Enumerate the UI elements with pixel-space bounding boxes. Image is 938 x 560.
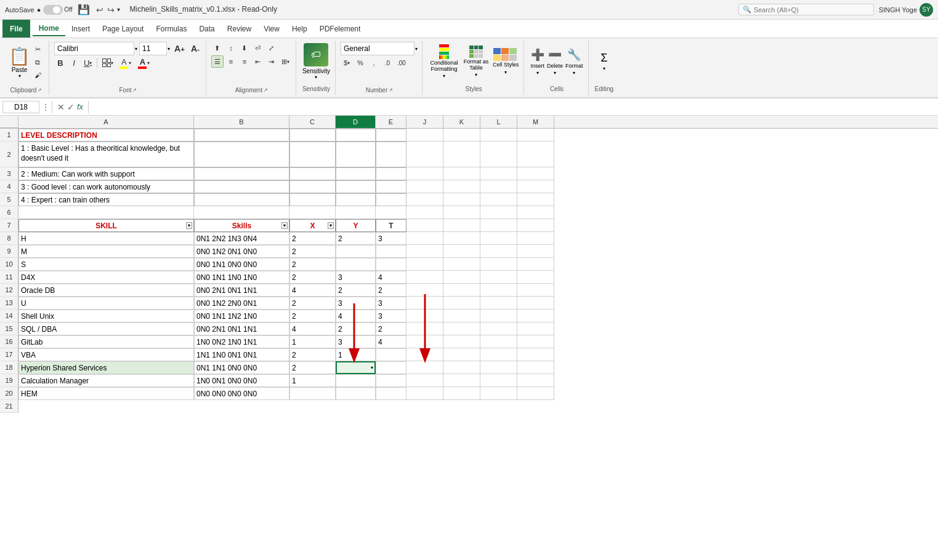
format-as-table-button[interactable]: Format as Table ▾: [461, 46, 491, 78]
cell-c16[interactable]: 4: [289, 322, 336, 335]
filter-b8[interactable]: ▾: [281, 222, 288, 229]
menu-insert[interactable]: Insert: [65, 22, 96, 36]
cell-d2[interactable]: [336, 142, 376, 167]
cell-k20[interactable]: [443, 374, 480, 387]
cell-d13[interactable]: 2: [336, 284, 376, 297]
cell-a11[interactable]: S: [18, 258, 194, 271]
cell-a10[interactable]: M: [18, 245, 194, 258]
cell-e8[interactable]: T: [376, 219, 406, 232]
cell-d6[interactable]: [336, 193, 376, 206]
cell-e15[interactable]: 3: [376, 310, 406, 322]
cell-j10[interactable]: [406, 245, 443, 258]
cell-l8[interactable]: [480, 219, 517, 232]
cell-l12[interactable]: [480, 271, 517, 284]
cell-m20[interactable]: [517, 374, 554, 387]
number-format-input[interactable]: [341, 42, 414, 55]
cell-j21[interactable]: [406, 387, 443, 400]
cell-j1[interactable]: [406, 129, 443, 142]
col-header-l[interactable]: L: [480, 116, 517, 128]
col-header-k[interactable]: K: [443, 116, 480, 128]
cell-c17[interactable]: 1: [289, 335, 336, 348]
search-input[interactable]: [754, 6, 846, 14]
align-left-button[interactable]: ☰: [211, 55, 224, 68]
cell-m13[interactable]: [517, 284, 554, 297]
cell-b1[interactable]: [194, 129, 289, 142]
row-num-2[interactable]: 2: [0, 142, 18, 167]
cell-m1[interactable]: [517, 129, 554, 142]
row-num-21[interactable]: 21: [0, 400, 18, 413]
decrease-indent-button[interactable]: ⇤: [252, 55, 264, 68]
cell-m12[interactable]: [517, 271, 554, 284]
cell-k7[interactable]: [443, 206, 480, 219]
user-avatar[interactable]: SY: [920, 3, 933, 17]
cell-d5[interactable]: [336, 180, 376, 193]
cancel-formula-icon[interactable]: ✕: [57, 102, 65, 112]
row-num-5[interactable]: 5: [0, 193, 18, 206]
redo-button[interactable]: ↪: [106, 4, 116, 16]
cell-c13[interactable]: 4: [289, 284, 336, 297]
cell-c1[interactable]: [289, 129, 336, 142]
cell-d11[interactable]: [336, 258, 376, 271]
cell-k17[interactable]: [443, 335, 480, 348]
search-box[interactable]: 🔍: [738, 4, 874, 15]
cell-l14[interactable]: [480, 297, 517, 310]
row-num-3[interactable]: 3: [0, 167, 18, 180]
cell-j12[interactable]: [406, 271, 443, 284]
cell-a8[interactable]: SKILL ▾: [18, 219, 194, 232]
cell-j16[interactable]: [406, 322, 443, 335]
cell-c14[interactable]: 2: [289, 297, 336, 310]
row-num-19[interactable]: 19: [0, 374, 18, 387]
borders-button[interactable]: ▾: [100, 57, 116, 69]
menu-formulas[interactable]: Formulas: [150, 22, 193, 36]
cell-c8[interactable]: X ▾: [289, 219, 336, 232]
cell-j14[interactable]: [406, 297, 443, 310]
clipboard-expand-icon[interactable]: ↗: [38, 87, 42, 93]
cell-d21[interactable]: [336, 387, 376, 400]
cell-d20[interactable]: [336, 374, 376, 387]
cell-e13[interactable]: 2: [376, 284, 406, 297]
cell-d18[interactable]: 1: [336, 348, 376, 361]
format-dropdown[interactable]: ▾: [573, 70, 575, 76]
cell-l10[interactable]: [480, 245, 517, 258]
accounting-format-button[interactable]: $▾: [341, 57, 353, 69]
cell-m5[interactable]: [517, 180, 554, 193]
row-num-14[interactable]: 14: [0, 310, 18, 322]
cell-j11[interactable]: [406, 258, 443, 271]
increase-indent-button[interactable]: ⇥: [265, 55, 278, 68]
cell-e11[interactable]: [376, 258, 406, 271]
row-num-11[interactable]: 11: [0, 271, 18, 284]
undo-button[interactable]: ↩: [95, 4, 105, 16]
cell-d14[interactable]: 3: [336, 297, 376, 310]
insert-dropdown[interactable]: ▾: [536, 70, 539, 76]
cell-j8[interactable]: [406, 219, 443, 232]
col-header-c[interactable]: C: [289, 116, 336, 128]
cell-c12[interactable]: 2: [289, 271, 336, 284]
cell-k19[interactable]: [443, 361, 480, 374]
cell-b12[interactable]: 0N0 1N1 1N0 1N0: [194, 271, 289, 284]
insert-function-icon[interactable]: fx: [77, 102, 83, 111]
cell-b15[interactable]: 0N0 1N1 1N2 1N0: [194, 310, 289, 322]
sensitivity-label[interactable]: Sensitivity: [302, 68, 330, 74]
menu-file[interactable]: File: [2, 20, 30, 38]
cell-e12[interactable]: 4: [376, 271, 406, 284]
cell-k4[interactable]: [443, 167, 480, 180]
cell-m11[interactable]: [517, 258, 554, 271]
cf-dropdown[interactable]: ▾: [443, 73, 445, 79]
underline-button[interactable]: U▾: [81, 57, 94, 69]
comma-button[interactable]: ,: [368, 57, 380, 69]
confirm-formula-icon[interactable]: ✓: [67, 102, 75, 112]
cell-b9[interactable]: 0N1 2N2 1N3 0N4: [194, 232, 289, 245]
row-num-1[interactable]: 1: [0, 129, 18, 142]
menu-data[interactable]: Data: [193, 22, 220, 36]
cell-a4[interactable]: 2 : Medium: Can work with support: [18, 167, 194, 180]
cell-l1[interactable]: [480, 129, 517, 142]
cell-k2[interactable]: [443, 142, 480, 167]
col-header-m[interactable]: M: [517, 116, 554, 128]
cell-m21[interactable]: [517, 387, 554, 400]
cell-c9[interactable]: 2: [289, 232, 336, 245]
cell-a2[interactable]: 1 : Basic Level : Has a theoritical know…: [18, 142, 194, 167]
cell-m10[interactable]: [517, 245, 554, 258]
cell-e17[interactable]: 4: [376, 335, 406, 348]
cell-m9[interactable]: [517, 232, 554, 245]
increase-decimal-button[interactable]: .00: [395, 57, 408, 69]
